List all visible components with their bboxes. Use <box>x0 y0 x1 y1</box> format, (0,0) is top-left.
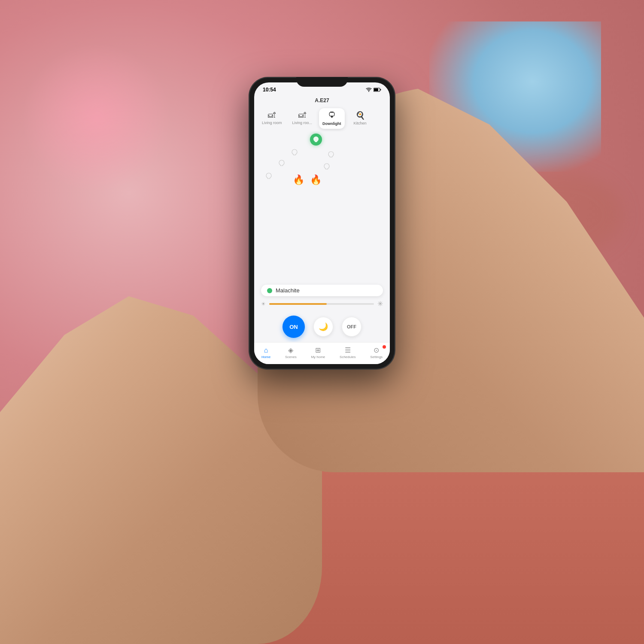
nav-my-home-icon: ⊞ <box>315 346 321 354</box>
svg-rect-5 <box>331 116 333 117</box>
brightness-fill <box>269 303 327 305</box>
room-tabs-container[interactable]: 🛋 Living room 🛋 Living roo... <box>254 106 390 131</box>
on-button-label: ON <box>289 324 298 330</box>
nav-settings-icon: ⊙ <box>374 346 379 354</box>
nav-home-label: Home <box>261 355 270 359</box>
tab-living-room-1-label: Living room <box>262 121 282 125</box>
brightness-slider[interactable] <box>269 303 374 305</box>
app-header: A.E27 <box>254 94 390 106</box>
nav-my-home[interactable]: ⊞ My home <box>307 345 328 360</box>
nav-schedules-icon: ☰ <box>345 346 351 354</box>
status-icons <box>366 88 381 92</box>
phone-notch <box>296 77 348 87</box>
svg-rect-6 <box>331 117 333 118</box>
phone-screen: 10:54 A.E27 <box>254 82 390 364</box>
warm-icon-2: 🔥 <box>310 174 322 185</box>
nav-schedules-label: Schedules <box>340 355 355 359</box>
nav-my-home-label: My home <box>311 355 325 359</box>
nav-scenes-icon: ◈ <box>288 346 293 354</box>
app-title: A.E27 <box>315 97 329 103</box>
light-5[interactable] <box>321 161 333 173</box>
phone-wrapper: 10:54 A.E27 <box>249 77 395 369</box>
light-1-active[interactable] <box>310 134 322 146</box>
nav-scenes[interactable]: ◈ Scenes <box>282 345 300 360</box>
scene-selector[interactable]: Malachite <box>261 285 383 296</box>
light-2[interactable] <box>325 149 337 161</box>
scene-name: Malachite <box>276 287 300 294</box>
off-button-label: OFF <box>347 324 356 329</box>
scene-color-dot <box>267 288 272 293</box>
warm-light-2[interactable]: 🔥 <box>310 174 322 185</box>
nav-settings-label: Settings <box>370 355 383 359</box>
tab-living-room-1[interactable]: 🛋 Living room <box>258 108 286 129</box>
bulb-1[interactable] <box>310 134 322 146</box>
phone-device: 10:54 A.E27 <box>249 77 395 369</box>
warm-light-1[interactable]: 🔥 <box>293 174 304 185</box>
nav-home-icon: ⌂ <box>264 346 268 354</box>
light-4[interactable] <box>276 157 288 169</box>
tab-kitchen-label: Kitchen <box>354 121 367 126</box>
light-6[interactable] <box>263 170 275 182</box>
nav-scenes-label: Scenes <box>285 355 297 359</box>
wall-light-effect <box>21 43 172 193</box>
warm-icon-1: 🔥 <box>293 174 304 185</box>
night-mode-button[interactable]: 🌙 <box>313 317 333 337</box>
nav-settings[interactable]: ⊙ Settings <box>367 345 386 360</box>
status-time: 10:54 <box>263 87 276 93</box>
tab-downlight[interactable]: Downlight <box>319 108 345 129</box>
svg-rect-3 <box>380 89 381 91</box>
tab-downlight-label: Downlight <box>322 122 341 126</box>
off-button[interactable]: OFF <box>342 317 361 337</box>
nav-schedules[interactable]: ☰ Schedules <box>336 345 359 360</box>
brightness-low-icon: ☀ <box>261 301 266 307</box>
battery-icon <box>374 88 381 92</box>
tab-living-room-1-icon: 🛋 <box>268 111 276 120</box>
bulb-5[interactable] <box>321 161 333 173</box>
brightness-high-icon: ✳ <box>377 300 383 308</box>
wifi-icon <box>366 88 372 92</box>
svg-rect-2 <box>374 88 378 91</box>
bulb-4[interactable] <box>276 157 288 169</box>
night-mode-icon: 🌙 <box>319 322 328 331</box>
light-3[interactable] <box>289 146 301 158</box>
tab-kitchen[interactable]: 🍳 Kitchen <box>348 108 372 129</box>
controls-row: ON 🌙 OFF <box>254 312 390 342</box>
settings-badge <box>383 345 386 349</box>
svg-point-0 <box>368 91 369 92</box>
bulb-6[interactable] <box>263 170 275 182</box>
bottom-nav: ⌂ Home ◈ Scenes ⊞ My home ☰ Schedules ⊙ <box>254 342 390 364</box>
tab-downlight-icon <box>328 111 336 121</box>
lights-grid: 🔥 🔥 <box>254 131 390 285</box>
nav-home[interactable]: ⌂ Home <box>258 346 274 360</box>
tab-living-room-2-label: Living roo... <box>292 121 313 125</box>
bulb-3[interactable] <box>289 146 301 158</box>
bulb-2[interactable] <box>325 149 337 161</box>
tab-living-room-2[interactable]: 🛋 Living roo... <box>289 108 316 129</box>
brightness-control[interactable]: ☀ ✳ <box>254 300 390 312</box>
tab-kitchen-icon: 🍳 <box>355 111 365 120</box>
on-button[interactable]: ON <box>283 316 305 338</box>
tab-living-room-2-icon: 🛋 <box>298 111 306 120</box>
